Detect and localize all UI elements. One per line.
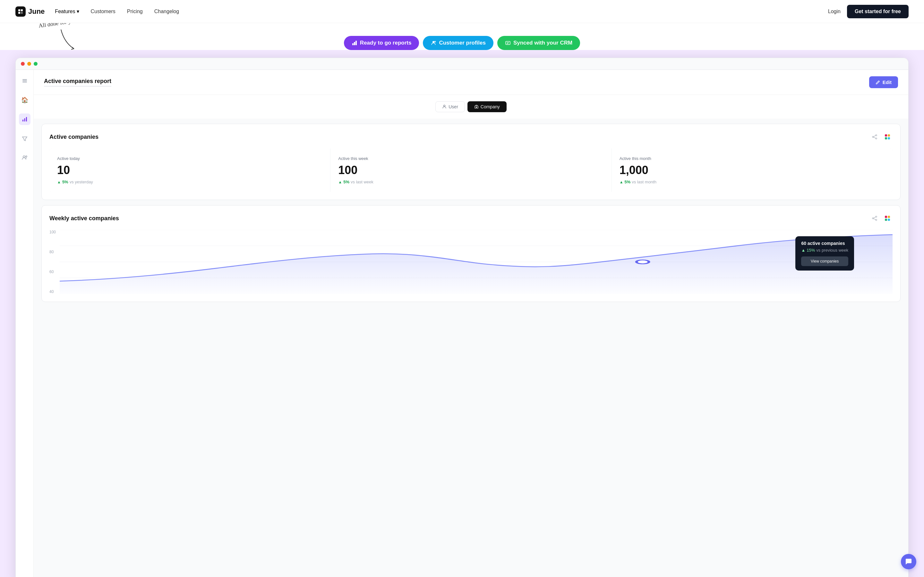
- tab-reports[interactable]: Ready to go reports: [344, 36, 419, 50]
- svg-rect-1: [21, 9, 23, 11]
- seg-tab-user[interactable]: User: [435, 101, 465, 112]
- chart-title: Weekly active companies: [49, 215, 119, 222]
- slack-icon[interactable]: [882, 132, 893, 142]
- svg-rect-11: [23, 81, 27, 81]
- metric-today-vs: vs yesterday: [69, 179, 93, 184]
- company-icon: [474, 105, 479, 109]
- sidebar: 🏠: [16, 70, 34, 577]
- tooltip-pct: 15%: [806, 248, 815, 253]
- svg-rect-13: [23, 119, 23, 121]
- tooltip-change: ▲ 15% vs previous week: [801, 248, 848, 253]
- metric-week-value: 100: [338, 163, 604, 177]
- tab-crm[interactable]: Synced with your CRM: [497, 36, 580, 50]
- nav-links: Features ▾ Customers Pricing Changelog: [55, 8, 828, 15]
- svg-point-39: [636, 260, 649, 264]
- svg-rect-24: [885, 134, 887, 137]
- main-content: Active companies report Edit: [34, 70, 908, 577]
- chart-svg-area: 60 active companies ▲ 15% vs previous we…: [60, 230, 893, 294]
- svg-rect-4: [352, 43, 354, 45]
- browser-dot-yellow: [27, 62, 31, 66]
- svg-rect-25: [888, 134, 890, 137]
- chart-y-labels: 100 80 60 40: [49, 230, 60, 294]
- sidebar-item-reports[interactable]: [19, 113, 31, 125]
- metric-month-label: Active this month: [620, 156, 885, 161]
- nav-changelog[interactable]: Changelog: [154, 9, 179, 15]
- report-title: Active companies report: [44, 78, 111, 87]
- browser-wrapper: 🏠: [0, 50, 924, 577]
- metric-today-pct: 5%: [62, 179, 68, 184]
- svg-point-29: [872, 218, 874, 219]
- section-title-row: Active companies: [49, 132, 893, 142]
- svg-rect-6: [355, 41, 357, 45]
- svg-rect-9: [506, 41, 510, 45]
- nav-pricing[interactable]: Pricing: [127, 9, 143, 15]
- chart-section: Weekly active companies: [41, 205, 901, 302]
- logo[interactable]: June: [15, 6, 45, 17]
- share-icon[interactable]: [869, 132, 880, 142]
- arrow-up-icon: ▲: [57, 180, 61, 184]
- browser-dot-green: [34, 62, 37, 66]
- svg-rect-27: [888, 137, 890, 139]
- cta-button[interactable]: Get started for free: [847, 5, 909, 18]
- browser-window: 🏠: [15, 58, 909, 577]
- metric-week: Active this week 100 ▲ 5% vs last week: [330, 148, 611, 192]
- svg-point-16: [23, 156, 25, 158]
- sidebar-item-collapse[interactable]: [19, 75, 31, 87]
- reports-icon: [352, 40, 357, 46]
- tooltip-vs: vs previous week: [816, 248, 848, 253]
- segment-tabs: User Company: [34, 95, 908, 119]
- svg-rect-15: [26, 117, 27, 121]
- sidebar-item-home[interactable]: 🏠: [19, 94, 31, 106]
- seg-tab-company[interactable]: Company: [467, 101, 507, 112]
- arrow-up-icon-3: ▲: [620, 180, 624, 184]
- metric-today-value: 10: [57, 163, 322, 177]
- crm-icon: [505, 40, 511, 46]
- chevron-down-icon: ▾: [77, 8, 79, 15]
- profiles-icon: [431, 40, 436, 46]
- nav-customers[interactable]: Customers: [91, 9, 115, 15]
- tooltip-title: 60 active companies: [801, 241, 848, 246]
- svg-rect-3: [21, 12, 23, 14]
- y-label-80: 80: [49, 250, 57, 254]
- svg-point-21: [876, 135, 877, 136]
- metric-today-label: Active today: [57, 156, 322, 161]
- tab-profiles[interactable]: Customer profiles: [423, 36, 493, 50]
- browser-bar: [16, 58, 908, 70]
- svg-point-8: [435, 41, 436, 43]
- sidebar-item-funnels[interactable]: [19, 133, 31, 144]
- svg-rect-0: [18, 9, 20, 11]
- svg-rect-12: [23, 82, 27, 82]
- hero-section: All done for you Ready to go reports Cus…: [0, 23, 924, 50]
- chart-slack-icon[interactable]: [882, 213, 893, 223]
- svg-point-17: [26, 156, 27, 157]
- features-menu[interactable]: Features ▾: [55, 8, 79, 15]
- svg-rect-31: [885, 216, 887, 218]
- svg-point-22: [872, 136, 874, 137]
- metric-month-vs: vs last month: [632, 179, 656, 184]
- view-companies-button[interactable]: View companies: [801, 256, 848, 266]
- chart-share-icon[interactable]: [869, 213, 880, 223]
- metric-week-label: Active this week: [338, 156, 604, 161]
- section-icons: [869, 132, 893, 142]
- sidebar-item-users[interactable]: [19, 152, 31, 163]
- metric-month-change: ▲ 5% vs last month: [620, 179, 885, 184]
- report-header: Active companies report Edit: [34, 70, 908, 95]
- svg-point-7: [433, 41, 435, 43]
- nav-right: Login Get started for free: [828, 5, 909, 18]
- svg-rect-32: [888, 216, 890, 218]
- chart-tooltip: 60 active companies ▲ 15% vs previous we…: [795, 236, 854, 271]
- svg-rect-33: [885, 219, 887, 221]
- edit-button[interactable]: Edit: [869, 76, 898, 88]
- metric-week-pct: 5%: [343, 179, 349, 184]
- edit-icon: [876, 80, 880, 85]
- chat-bubble[interactable]: [901, 554, 916, 569]
- chart-title-row: Weekly active companies: [49, 213, 893, 223]
- login-button[interactable]: Login: [828, 9, 841, 15]
- navbar: June Features ▾ Customers Pricing Change…: [0, 0, 924, 23]
- user-icon: [442, 105, 447, 109]
- svg-rect-20: [476, 107, 477, 108]
- y-label-100: 100: [49, 230, 57, 234]
- tooltip-arrow-up: ▲: [801, 248, 805, 253]
- feature-tabs: Ready to go reports Customer profiles Sy…: [15, 36, 909, 50]
- metric-month: Active this month 1,000 ▲ 5% vs last mon…: [612, 148, 893, 192]
